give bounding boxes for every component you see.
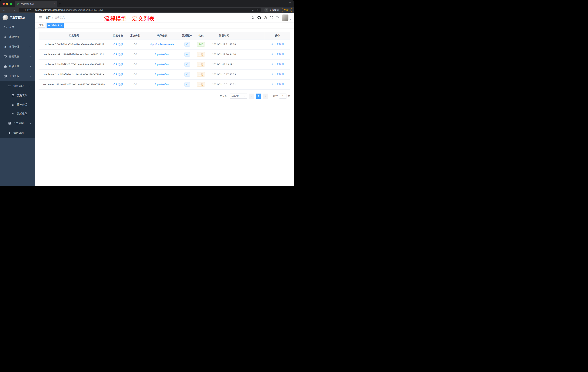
new-tab-button[interactable]: + bbox=[57, 2, 63, 7]
brand-avatar bbox=[2, 15, 8, 20]
monitor-icon bbox=[4, 55, 7, 58]
cell-action: 分配规则 bbox=[264, 79, 290, 89]
page-number-1[interactable]: 1 bbox=[256, 94, 261, 99]
form-link[interactable]: /bpm/oa/flow bbox=[155, 83, 169, 86]
status-badge: 激活 bbox=[197, 42, 205, 47]
tag-close-icon[interactable]: × bbox=[61, 24, 62, 26]
sidebar-item-process-model[interactable]: 流程模型 bbox=[0, 109, 35, 118]
caret-down-icon bbox=[289, 19, 291, 21]
cell-form: /bpm/oa/flow bbox=[144, 79, 180, 89]
cell-action: 分配规则 bbox=[264, 39, 290, 49]
sidebar-item-process-form[interactable]: 流程表单 bbox=[0, 91, 35, 100]
chevron-down-icon bbox=[244, 95, 246, 97]
sidebar-item-workflow[interactable]: 工作流程 bbox=[0, 71, 35, 81]
tag-home[interactable]: 首页 bbox=[38, 23, 45, 28]
close-window-button[interactable] bbox=[2, 3, 5, 5]
cell-action: 分配规则 bbox=[264, 59, 290, 69]
tab-search-icon[interactable] bbox=[289, 1, 294, 7]
cell-version: v3 bbox=[180, 59, 194, 69]
person-icon bbox=[8, 132, 11, 134]
user-menu[interactable] bbox=[282, 14, 291, 21]
sidebar-item-task-mgmt[interactable]: 任务管理 bbox=[0, 118, 35, 128]
chevron-down-icon bbox=[29, 66, 31, 67]
sidebar-item-home[interactable]: 首页 bbox=[0, 22, 35, 32]
sidebar-item-system[interactable]: 系统管理 bbox=[0, 32, 35, 42]
next-page-button[interactable] bbox=[263, 94, 268, 99]
sidebar-item-infra[interactable]: 基础设施 bbox=[0, 52, 35, 62]
assign-rule-link[interactable]: 分配规则 bbox=[271, 83, 284, 86]
cell-form: /bpm/oa/leave/create bbox=[144, 39, 180, 49]
assign-rule-link[interactable]: 分配规则 bbox=[271, 53, 284, 56]
back-button[interactable]: ← bbox=[2, 9, 7, 12]
sidebar-logo[interactable]: 芋道管理系统 bbox=[0, 13, 35, 22]
cell-definition-id: oa_leave:5:004b710b-7b8a-11ec-8ef0-acde4… bbox=[39, 39, 109, 49]
hamburger-icon[interactable] bbox=[38, 16, 42, 19]
assign-rule-link[interactable]: 分配规则 bbox=[271, 73, 284, 76]
key-icon[interactable] bbox=[251, 9, 254, 11]
reload-button[interactable]: ↻ bbox=[12, 8, 17, 12]
cell-form: /bpm/oa/flow bbox=[144, 59, 180, 69]
zoom-window-button[interactable] bbox=[10, 3, 12, 5]
definition-name-link[interactable]: OA 请假 bbox=[114, 83, 123, 86]
cell-definition-id: oa_leave:3:1fad3d93-7b75-11ec-a3c8-acde4… bbox=[39, 59, 109, 69]
active-dot bbox=[48, 25, 50, 26]
warning-triangle-icon bbox=[21, 9, 23, 11]
minimize-window-button[interactable] bbox=[6, 3, 8, 5]
col-spacer bbox=[240, 32, 264, 39]
goto-page-input[interactable] bbox=[279, 94, 287, 99]
page-size-select[interactable]: 10条/页 bbox=[230, 94, 247, 99]
cell-status: 激活 bbox=[194, 39, 208, 49]
assign-rule-link[interactable]: 分配规则 bbox=[271, 43, 284, 46]
tags-view: 首页 流程定义 × bbox=[35, 22, 294, 28]
brand-title: 芋道管理系统 bbox=[10, 16, 25, 19]
incognito-badge: 无痕模式 bbox=[264, 8, 279, 12]
address-bar[interactable]: 不安全 | dashboard.yudao.iocoder.cn/bpm/man… bbox=[19, 8, 261, 12]
breadcrumb-home[interactable]: 首页 bbox=[45, 16, 51, 19]
search-icon[interactable] bbox=[252, 16, 254, 19]
definition-name-link[interactable]: OA 请假 bbox=[114, 53, 123, 56]
sidebar-item-label: 系统管理 bbox=[9, 35, 19, 39]
chevron-down-icon bbox=[29, 36, 31, 38]
update-button[interactable]: 更新 bbox=[282, 8, 292, 12]
tag-current[interactable]: 流程定义 × bbox=[47, 23, 64, 28]
browser-menu-icon[interactable] bbox=[290, 8, 291, 12]
sidebar-item-devtools[interactable]: 研发工具 bbox=[0, 62, 35, 71]
sidebar-item-leave-query[interactable]: 请假查询 bbox=[0, 128, 35, 138]
status-badge: 挂起 bbox=[197, 82, 205, 87]
cell-category: OA bbox=[127, 59, 144, 69]
github-icon[interactable] bbox=[257, 16, 261, 20]
avatar bbox=[282, 14, 289, 21]
version-badge: v1 bbox=[184, 82, 190, 87]
sidebar-item-payment[interactable]: ¥ 支付管理 bbox=[0, 42, 35, 52]
definition-table: 定义编号 定义名称 定义分类 表单信息 流程版本 状态 部署时间 操作 bbox=[39, 32, 290, 89]
browser-tab[interactable]: 芋道管理系统 × bbox=[15, 1, 57, 7]
page-unit-label: 页 bbox=[288, 94, 290, 98]
definition-name-link[interactable]: OA 请假 bbox=[114, 73, 123, 76]
prev-page-button[interactable] bbox=[249, 94, 254, 99]
cell-status: 挂起 bbox=[194, 59, 208, 69]
form-link[interactable]: /bpm/oa/leave/create bbox=[150, 43, 174, 46]
sidebar-item-label: 研发工具 bbox=[9, 65, 19, 68]
form-link[interactable]: /bpm/oa/flow bbox=[155, 53, 169, 56]
form-link[interactable]: /bpm/oa/flow bbox=[155, 63, 169, 66]
bookmark-star-icon[interactable] bbox=[256, 9, 259, 11]
person-icon bbox=[271, 43, 273, 45]
forward-button[interactable]: → bbox=[7, 9, 12, 12]
sidebar-item-process-mgmt[interactable]: 流程管理 bbox=[0, 81, 35, 91]
tab-close-icon[interactable]: × bbox=[54, 2, 55, 5]
assign-rule-link[interactable]: 分配规则 bbox=[271, 63, 284, 66]
person-icon bbox=[271, 73, 273, 76]
fullscreen-icon[interactable] bbox=[270, 16, 273, 19]
sidebar-item-label: 流程模型 bbox=[17, 112, 27, 115]
cell-status: 挂起 bbox=[194, 69, 208, 79]
version-badge: v2 bbox=[184, 72, 190, 77]
help-icon[interactable]: ? bbox=[264, 16, 267, 19]
browser-toolbar: ← → ↻ 不安全 | dashboard.yudao.iocoder.cn/b… bbox=[0, 7, 294, 13]
definition-name-link[interactable]: OA 请假 bbox=[114, 63, 123, 66]
cell-definition-id: oa_leave:4:991f2193-7b7f-11ec-a3c8-acde4… bbox=[39, 49, 109, 59]
sidebar-item-user-group[interactable]: 用户分组 bbox=[0, 100, 35, 109]
definition-name-link[interactable]: OA 请假 bbox=[114, 43, 123, 46]
font-size-icon[interactable] bbox=[276, 16, 279, 19]
security-label: 不安全 bbox=[24, 9, 31, 12]
form-link[interactable]: /bpm/oa/flow bbox=[155, 73, 169, 76]
